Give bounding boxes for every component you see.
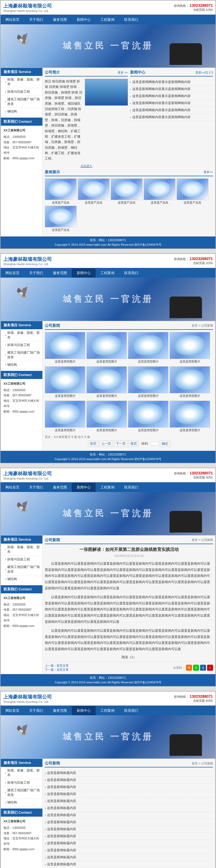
news-item-3: 这里是新闻网格内容显示是新闻网格内容 xyxy=(130,93,213,100)
newslist-item-13: 这里是新闻标题内容 xyxy=(45,854,213,861)
nav-home[interactable]: 网站首页 xyxy=(1,15,24,24)
news-link-5[interactable]: 这里是新闻网格内容显示是新闻网格内容 xyxy=(130,108,213,113)
nav-about-3[interactable]: 关于我们 xyxy=(24,483,48,492)
nav-about-4[interactable]: 关于我们 xyxy=(24,706,48,715)
footer-contact-2: 联系：网站：13023288071 xyxy=(2,453,214,457)
sidebar-item-3[interactable]: 建筑工地旧建广场广场改造 xyxy=(1,96,42,108)
gallery-caption-4: 这里是类型图片 xyxy=(170,360,210,364)
sidebar-item-4-3[interactable]: 建筑工地旧建广场广场改造 xyxy=(1,787,42,799)
sidebar-item-1[interactable]: 拆墙、装修、固装、密布 xyxy=(1,76,42,88)
gallery-caption-1: 这里是类型图片 xyxy=(45,360,85,364)
sidebar-item-3-1[interactable]: 拆墙、装修、固装、密布 xyxy=(1,544,42,556)
share-weibo-icon[interactable]: 微 xyxy=(186,665,192,671)
content-wrap-1: 服务项目 Service 拆墙、装修、固装、密布 拆墙与旧改工程 建筑工地旧建广… xyxy=(1,68,215,237)
page-last[interactable]: 尾页 xyxy=(129,441,139,447)
page-next[interactable]: 下一页 xyxy=(114,441,128,447)
footer-copyright-1: Copyright © 2014-2015 www.hailin.com All… xyxy=(2,243,214,247)
newslist-link-12[interactable]: 这里是新闻标题内容 xyxy=(45,848,213,852)
newslist-item-1: 这里是新闻标题内容 xyxy=(45,770,213,777)
news-link-1[interactable]: 这里是新闻网格内容显示是新闻网格内容 xyxy=(130,80,213,84)
nav-cases-2[interactable]: 工程案例 xyxy=(96,269,119,278)
nav-contact-3[interactable]: 联系我们 xyxy=(119,483,143,492)
share-qq-icon[interactable]: Q xyxy=(200,665,206,671)
nav-about-2[interactable]: 关于我们 xyxy=(24,269,48,278)
sidebar-item-2[interactable]: 拆墙与旧改工程 xyxy=(1,88,42,96)
nav-cases-4[interactable]: 工程案例 xyxy=(96,706,119,715)
site-header-3: 上海豪林敲墙有限公司 Shanghai Haolin knocking Co. … xyxy=(1,468,215,483)
gallery-caption-7: 这里是类型图片 xyxy=(128,394,169,398)
hotline-number-3: 13023288071 xyxy=(189,471,213,475)
share-renren-icon[interactable]: 人 xyxy=(207,665,213,671)
sidebar-item-2-2[interactable]: 拆墙与旧改工程 xyxy=(1,341,42,349)
newslist-link-6[interactable]: 这里是新闻标题内容 xyxy=(45,806,213,810)
banner-rock-2 xyxy=(170,297,202,318)
nav-service[interactable]: 服务范围 xyxy=(48,15,72,24)
nav-cases[interactable]: 工程案例 xyxy=(96,15,119,24)
nav-news-4[interactable]: 新闻中心 xyxy=(72,706,96,715)
newslist-link-8[interactable]: 这里是新闻标题内容 xyxy=(45,820,213,825)
news-link-4[interactable]: 这里是新闻网格内容显示是新闻网格内容 xyxy=(130,101,213,105)
sidebar-item-4-4[interactable]: 钢结构 xyxy=(1,799,42,806)
newslist-link-7[interactable]: 这里是新闻标题内容 xyxy=(45,813,213,817)
newslist-link-3[interactable]: 这里是新闻标题内容 xyxy=(45,785,213,789)
gallery-caption-2: 这里是类型图片 xyxy=(86,360,127,364)
newslist-item-7: 这里是新闻标题内容 xyxy=(45,812,213,819)
newslist-link-5[interactable]: 这里是新闻标题内容 xyxy=(45,799,213,803)
page-prev[interactable]: 上一页 xyxy=(99,441,113,447)
newslist-link-2[interactable]: 这里是新闻标题内容 xyxy=(45,778,213,782)
nav-contact-2[interactable]: 联系我们 xyxy=(119,269,143,278)
sidebar-item-4[interactable]: 钢结构 xyxy=(1,108,42,116)
page-goto-input[interactable] xyxy=(151,442,159,445)
gallery-img-3 xyxy=(128,332,169,359)
nav-service-4[interactable]: 服务范围 xyxy=(48,706,72,715)
nav-home-4[interactable]: 网站首页 xyxy=(1,706,24,715)
gallery-caption-12: 这里是类型图片 xyxy=(170,428,210,432)
page-goto-btn[interactable]: 确定 xyxy=(160,441,170,447)
sidebar-item-4-1[interactable]: 拆墙、装修、固装、密布 xyxy=(1,767,42,779)
company-img-inner xyxy=(85,79,128,105)
article-prev-link[interactable]: 上一篇：前页文章 xyxy=(45,664,69,667)
page-first[interactable]: 首页 xyxy=(88,441,98,447)
product-name-6: 这里是产品名 xyxy=(45,228,77,232)
intro-link[interactable]: 点击进入 xyxy=(80,164,92,167)
gallery-img-6 xyxy=(86,366,127,393)
newslist-link-11[interactable]: 这里是新闻标题内容 xyxy=(45,841,213,845)
nav-service-2[interactable]: 服务范围 xyxy=(48,269,72,278)
sidebar-item-3-2[interactable]: 拆墙与旧改工程 xyxy=(1,556,42,563)
sidebar-item-4-2[interactable]: 拆墙与旧改工程 xyxy=(1,779,42,787)
sidebar-item-2-1[interactable]: 拆墙、装修、固装、密布 xyxy=(1,329,42,341)
newslist-link-10[interactable]: 这里是新闻标题内容 xyxy=(45,834,213,839)
sidebar-item-3-4[interactable]: 钢结构 xyxy=(1,576,42,583)
gallery-img-10 xyxy=(86,401,127,428)
article-body-3: 以置是新闻内可以显置是新闻内可以显置是新闻内可以显置是新闻内可以显置是新闻内可以… xyxy=(45,628,213,652)
hotline-label-4: 咨询热线： xyxy=(174,695,189,698)
nav-service-3[interactable]: 服务范围 xyxy=(48,483,72,492)
hotline-label-2: 咨询热线： xyxy=(174,257,189,260)
news-link-2[interactable]: 这里是新闻网格内容显示是新闻网格内容 xyxy=(130,87,213,91)
nav-contact[interactable]: 联系我们 xyxy=(119,15,143,24)
nav-news-2[interactable]: 新闻中心 xyxy=(72,269,96,278)
article-section-title: 公司新闻 xyxy=(45,538,60,542)
nav-news[interactable]: 新闻中心 xyxy=(72,15,96,24)
nav-news-3[interactable]: 新闻中心 xyxy=(72,483,96,492)
newslist-link-14[interactable]: 这里是新闻标题内容 xyxy=(45,862,213,867)
contact-tel-2: 电话：13055555 xyxy=(3,388,40,393)
logo-area: 上海豪林敲墙有限公司 Shanghai Haolin knocking Co. … xyxy=(3,3,52,12)
nav-home-3[interactable]: 网站首页 xyxy=(1,483,24,492)
newslist-link-4[interactable]: 这里是新闻标题内容 xyxy=(45,792,213,796)
nav-about[interactable]: 关于我们 xyxy=(24,15,48,24)
news-link-3[interactable]: 这里是新闻网格内容显示是新闻网格内容 xyxy=(130,94,213,98)
sidebar-item-2-4[interactable]: 钢结构 xyxy=(1,361,42,369)
article-next-link[interactable]: 下一篇：后页文章 xyxy=(45,668,69,671)
banner-bird-icon-2: 🦅 xyxy=(15,284,32,300)
sidebar-item-2-3[interactable]: 建筑工地旧建广场广场改造 xyxy=(1,349,42,361)
nav-cases-3[interactable]: 工程案例 xyxy=(96,483,119,492)
nav-contact-4[interactable]: 联系我们 xyxy=(119,706,143,715)
newslist-link-13[interactable]: 这里是新闻标题内容 xyxy=(45,855,213,860)
newslist-link-9[interactable]: 这里是新闻标题内容 xyxy=(45,827,213,832)
nav-home-2[interactable]: 网站首页 xyxy=(1,269,24,278)
news-link-6[interactable]: 这里是新闻网格内容显示是新闻网格内容 xyxy=(130,115,213,120)
sidebar-item-3-3[interactable]: 建筑工地旧建广场广场改造 xyxy=(1,563,42,576)
newslist-link-1[interactable]: 这里是新闻标题内容 xyxy=(45,771,213,775)
share-wechat-icon[interactable]: 信 xyxy=(193,665,199,671)
